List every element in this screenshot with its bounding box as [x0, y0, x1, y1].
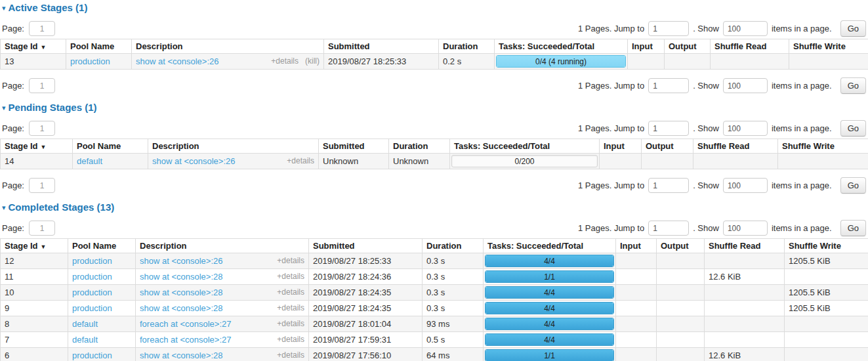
completed-stages-table: Stage Id▼Pool NameDescriptionSubmittedDu… — [0, 238, 868, 361]
stage-description-link[interactable]: show at <console>:28 — [140, 272, 222, 282]
cell-pool-name: default — [68, 332, 136, 348]
table-row: 12production+detailsshow at <console>:26… — [1, 253, 868, 269]
go-button[interactable]: Go — [840, 120, 866, 137]
column-header[interactable]: Stage Id▼ — [1, 139, 73, 154]
column-header[interactable]: Duration — [389, 139, 450, 154]
show-input[interactable] — [723, 78, 768, 93]
column-header[interactable]: Stage Id▼ — [1, 239, 68, 253]
pool-link[interactable]: production — [72, 272, 112, 282]
details-link[interactable]: +details — [277, 287, 304, 297]
page-input[interactable] — [29, 78, 55, 93]
pool-link[interactable]: production — [72, 256, 112, 266]
details-link[interactable]: +details — [271, 56, 299, 66]
jump-to-input[interactable] — [648, 221, 689, 236]
column-header[interactable]: Description — [148, 139, 319, 154]
pool-link[interactable]: default — [72, 335, 98, 345]
column-header[interactable]: Shuffle Write — [785, 239, 868, 253]
pool-link[interactable]: production — [72, 287, 112, 297]
column-header[interactable]: Shuffle Write — [778, 139, 868, 154]
cell-submitted: 2019/08/27 18:25:33 — [324, 54, 439, 70]
tasks-progress-bar: 4/4 — [485, 302, 614, 314]
column-header[interactable]: Shuffle Read — [693, 139, 778, 154]
stage-description-link[interactable]: show at <console>:28 — [140, 287, 222, 297]
page-input[interactable] — [29, 121, 55, 136]
column-header[interactable]: Submitted — [324, 39, 439, 54]
page-label: Page: — [2, 81, 24, 91]
pages-count-text: 1 Pages. Jump to — [578, 180, 644, 190]
pool-link[interactable]: production — [70, 56, 110, 66]
cell-pool-name: default — [68, 316, 136, 332]
tasks-progress-label: 4/4 — [486, 303, 613, 314]
column-header[interactable]: Input — [616, 239, 657, 253]
column-header[interactable]: Duration — [423, 239, 484, 253]
completed-stages-header[interactable]: ▾ Completed Stages (13) — [1, 202, 868, 213]
column-header[interactable]: Submitted — [319, 139, 389, 154]
pool-link[interactable]: production — [72, 303, 112, 313]
details-link[interactable]: +details — [287, 156, 314, 165]
cell-shuffle-read: 12.6 KiB — [705, 348, 785, 361]
column-header[interactable]: Output — [657, 239, 705, 253]
column-header[interactable]: Tasks: Succeeded/Total — [484, 239, 616, 253]
column-header[interactable]: Shuffle Read — [705, 239, 785, 253]
details-link[interactable]: +details — [277, 335, 304, 344]
column-header[interactable]: Pool Name — [66, 39, 132, 54]
stage-description-link[interactable]: foreach at <console>:27 — [140, 335, 232, 345]
pool-link[interactable]: default — [72, 319, 98, 329]
pool-link[interactable]: production — [72, 350, 112, 360]
column-header[interactable]: Duration — [439, 39, 495, 54]
column-header[interactable]: Tasks: Succeeded/Total — [450, 139, 600, 154]
column-header[interactable]: Shuffle Write — [789, 39, 868, 54]
stage-description-link[interactable]: show at <console>:26 — [152, 156, 235, 166]
go-button[interactable]: Go — [840, 177, 866, 194]
column-header[interactable]: Output — [665, 39, 711, 54]
go-button[interactable]: Go — [840, 220, 866, 236]
details-link[interactable]: +details — [277, 272, 304, 281]
cell-duration: 0.3 s — [423, 285, 484, 301]
kill-link[interactable]: (kill) — [305, 56, 320, 66]
cell-output — [657, 301, 705, 316]
stage-description-link[interactable]: show at <console>:28 — [140, 350, 222, 360]
column-header[interactable]: Submitted — [309, 239, 423, 253]
column-header[interactable]: Pool Name — [68, 239, 136, 253]
jump-to-input[interactable] — [648, 21, 689, 36]
column-header[interactable]: Tasks: Succeeded/Total — [495, 39, 628, 54]
stage-description-link[interactable]: show at <console>:26 — [140, 256, 222, 266]
stage-description-link[interactable]: show at <console>:28 — [140, 303, 222, 313]
column-header[interactable]: Input — [600, 139, 642, 154]
column-header[interactable]: Description — [136, 239, 309, 253]
jump-to-input[interactable] — [648, 78, 689, 93]
jump-to-input[interactable] — [648, 121, 689, 136]
cell-pool-name: production — [68, 269, 136, 285]
show-input[interactable] — [723, 178, 768, 193]
column-header[interactable]: Description — [132, 39, 324, 54]
column-header[interactable]: Output — [642, 139, 693, 154]
page-input[interactable] — [29, 221, 55, 236]
details-link[interactable]: +details — [277, 256, 304, 265]
page-input[interactable] — [29, 21, 55, 36]
stage-description-link[interactable]: show at <console>:26 — [136, 56, 218, 66]
details-link[interactable]: +details — [277, 350, 304, 360]
details-link[interactable]: +details — [277, 319, 304, 328]
cell-description: +details(kill)show at <console>:26 — [132, 54, 324, 70]
pool-link[interactable]: default — [77, 156, 102, 166]
active-stages-header[interactable]: ▾ Active Stages (1) — [1, 2, 868, 13]
column-header[interactable]: Input — [628, 39, 665, 54]
description-links: +details(kill) — [271, 56, 320, 66]
description-links: +details — [277, 335, 304, 344]
details-link[interactable]: +details — [277, 303, 304, 312]
page-input[interactable] — [29, 178, 55, 193]
column-header[interactable]: Shuffle Read — [711, 39, 789, 54]
go-button[interactable]: Go — [840, 20, 866, 37]
show-label: . Show — [693, 123, 719, 133]
cell-duration: 64 ms — [423, 348, 484, 361]
go-button[interactable]: Go — [840, 77, 866, 94]
column-header[interactable]: Stage Id▼ — [1, 39, 66, 54]
column-header[interactable]: Pool Name — [73, 139, 148, 154]
cell-submitted: 2019/08/27 18:25:33 — [309, 253, 423, 269]
stage-description-link[interactable]: foreach at <console>:27 — [140, 319, 232, 329]
show-input[interactable] — [723, 221, 768, 236]
pending-stages-header[interactable]: ▾ Pending Stages (1) — [1, 102, 868, 113]
show-input[interactable] — [723, 21, 768, 36]
show-input[interactable] — [723, 121, 768, 136]
jump-to-input[interactable] — [648, 178, 689, 193]
